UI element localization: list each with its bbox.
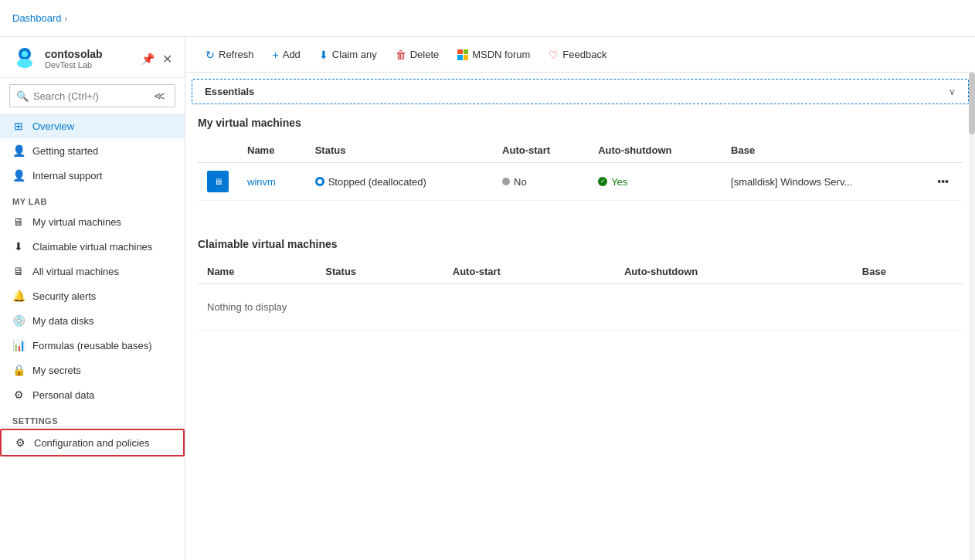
scrollbar[interactable]	[969, 73, 975, 560]
content-area: ↻ Refresh + Add ⬇ Claim any 🗑 Delete	[185, 37, 975, 560]
my-virtual-machines-title: My virtual machines	[198, 104, 963, 138]
auto-shutdown-yes: Yes	[598, 176, 712, 188]
vm-icon: 🖥	[207, 171, 229, 192]
col-autoshutdown-header[interactable]: Auto-shutdown	[589, 138, 722, 163]
delete-button[interactable]: 🗑 Delete	[388, 44, 447, 66]
claimable-virtual-machines-title: Claimable virtual machines	[198, 226, 963, 260]
breadcrumb[interactable]: Dashboard ›	[12, 12, 67, 24]
vm-row-name[interactable]: winvm	[238, 163, 306, 201]
toolbar: ↻ Refresh + Add ⬇ Claim any 🗑 Delete	[185, 37, 975, 73]
sidebar-item-personal-data-label: Personal data	[32, 389, 94, 401]
auto-shutdown-dot	[598, 177, 607, 186]
col-status-header[interactable]: Status	[306, 138, 493, 163]
sidebar-item-formulas-label: Formulas (reusable bases)	[32, 340, 152, 351]
sidebar-item-formulas[interactable]: 📊 Formulas (reusable bases)	[0, 333, 185, 358]
sidebar: contosolab DevTest Lab 📌 ✕ 🔍 ≪ ⊞ Overvie…	[0, 37, 185, 560]
sidebar-item-security-alerts[interactable]: 🔔 Security alerts	[0, 283, 185, 308]
sidebar-title: contosolab	[45, 48, 134, 60]
auto-shutdown-text: Yes	[611, 176, 627, 188]
claimable-empty-cell: Nothing to display	[198, 284, 963, 331]
claim-any-icon: ⬇	[319, 49, 328, 61]
sidebar-title-block: contosolab DevTest Lab	[45, 48, 134, 70]
my-virtual-machines-table: Name Status Auto-start Auto-shutdown Bas…	[198, 138, 963, 201]
status-text: Stopped (deallocated)	[328, 176, 426, 188]
breadcrumb-separator: ›	[65, 14, 68, 23]
search-box[interactable]: 🔍 ≪	[9, 84, 175, 107]
col-autostart-header[interactable]: Auto-start	[493, 138, 589, 163]
sidebar-item-my-secrets-label: My secrets	[32, 365, 81, 376]
msdn-forum-label: MSDN forum	[472, 49, 530, 60]
claimable-col-autostart-header[interactable]: Auto-start	[443, 260, 615, 284]
claim-any-label: Claim any	[332, 49, 377, 60]
col-actions-header	[923, 138, 963, 163]
feedback-label: Feedback	[562, 49, 606, 60]
sidebar-item-getting-started[interactable]: 👤 Getting started	[0, 138, 185, 163]
sidebar-item-personal-data[interactable]: ⚙ Personal data	[0, 382, 185, 407]
svg-point-2	[22, 51, 28, 57]
close-icon[interactable]: ✕	[162, 52, 172, 66]
msdn-icon	[457, 49, 468, 60]
vm-row-autoshutdown: Yes	[589, 163, 722, 201]
essentials-bar[interactable]: Essentials ∨	[192, 79, 969, 104]
refresh-button[interactable]: ↻ Refresh	[198, 44, 262, 66]
sidebar-item-overview[interactable]: ⊞ Overview	[0, 114, 185, 138]
refresh-icon: ↻	[206, 49, 215, 61]
claim-any-button[interactable]: ⬇ Claim any	[311, 44, 385, 66]
essentials-chevron: ∨	[949, 87, 956, 97]
base-text: [smalldisk] Windows Serv...	[731, 176, 852, 188]
sidebar-item-configuration-label: Configuration and policies	[34, 437, 150, 449]
sidebar-item-my-data-disks-label: My data disks	[32, 315, 93, 327]
app-icon	[12, 46, 37, 71]
search-icon: 🔍	[16, 90, 29, 102]
claimable-col-base-header[interactable]: Base	[853, 260, 963, 284]
search-input[interactable]	[33, 90, 146, 102]
claimable-col-status-header[interactable]: Status	[316, 260, 443, 284]
claimable-col-name-header[interactable]: Name	[198, 260, 316, 284]
sidebar-item-my-data-disks[interactable]: 💿 My data disks	[0, 308, 185, 333]
claimable-virtual-machines-table: Name Status Auto-start Auto-shutdown Bas…	[198, 260, 963, 331]
table-row: 🖥 winvm Stopped (deallocated)	[198, 163, 963, 201]
breadcrumb-dashboard[interactable]: Dashboard	[12, 12, 62, 24]
status-stopped: Stopped (deallocated)	[315, 176, 484, 188]
claimable-vm-icon: ⬇	[12, 240, 25, 253]
collapse-button[interactable]: ≪	[151, 88, 168, 104]
sidebar-item-my-virtual-machines[interactable]: 🖥 My virtual machines	[0, 209, 185, 234]
sidebar-nav: ⊞ Overview 👤 Getting started 👤 Internal …	[0, 114, 185, 560]
all-vm-icon: 🖥	[12, 265, 25, 277]
sidebar-item-internal-support[interactable]: 👤 Internal support	[0, 163, 185, 188]
internal-support-icon: 👤	[12, 169, 25, 182]
vm-actions-button[interactable]: •••	[933, 174, 953, 189]
personal-data-icon: ⚙	[12, 389, 25, 401]
pin-icon[interactable]: 📌	[141, 53, 155, 65]
formulas-icon: 📊	[12, 339, 25, 351]
msdn-grid	[457, 49, 468, 60]
scrollbar-thumb[interactable]	[969, 73, 975, 134]
claimable-virtual-machines-section: Claimable virtual machines Name Status A…	[185, 226, 975, 331]
sidebar-item-configuration-and-policies[interactable]: ⚙ Configuration and policies	[0, 429, 185, 456]
sidebar-item-claimable-virtual-machines[interactable]: ⬇ Claimable virtual machines	[0, 234, 185, 259]
nothing-to-display: Nothing to display	[207, 292, 953, 322]
sidebar-item-my-secrets[interactable]: 🔒 My secrets	[0, 358, 185, 382]
col-base-header[interactable]: Base	[722, 138, 923, 163]
my-secrets-icon: 🔒	[12, 364, 25, 376]
sidebar-item-getting-started-label: Getting started	[32, 145, 98, 157]
claimable-empty-row: Nothing to display	[198, 284, 963, 331]
feedback-button[interactable]: ♡ Feedback	[541, 44, 614, 66]
msdn-forum-button[interactable]: MSDN forum	[450, 44, 538, 65]
top-bar: Dashboard ›	[0, 0, 975, 37]
sidebar-item-overview-label: Overview	[32, 120, 74, 132]
col-name-header[interactable]: Name	[238, 138, 306, 163]
add-label: Add	[283, 49, 301, 60]
essentials-label: Essentials	[205, 86, 949, 97]
claimable-col-autoshutdown-header[interactable]: Auto-shutdown	[615, 260, 853, 284]
sidebar-item-my-virtual-machines-label: My virtual machines	[32, 216, 121, 228]
sidebar-item-internal-support-label: Internal support	[32, 170, 102, 182]
add-button[interactable]: + Add	[265, 44, 308, 66]
sidebar-item-claimable-vm-label: Claimable virtual machines	[32, 241, 152, 253]
delete-label: Delete	[410, 49, 440, 60]
delete-icon: 🗑	[396, 49, 406, 61]
add-icon: +	[273, 49, 279, 61]
sidebar-item-all-virtual-machines[interactable]: 🖥 All virtual machines	[0, 259, 185, 283]
my-virtual-machines-section: My virtual machines Name Status Auto-sta…	[185, 104, 975, 201]
refresh-label: Refresh	[219, 49, 254, 60]
